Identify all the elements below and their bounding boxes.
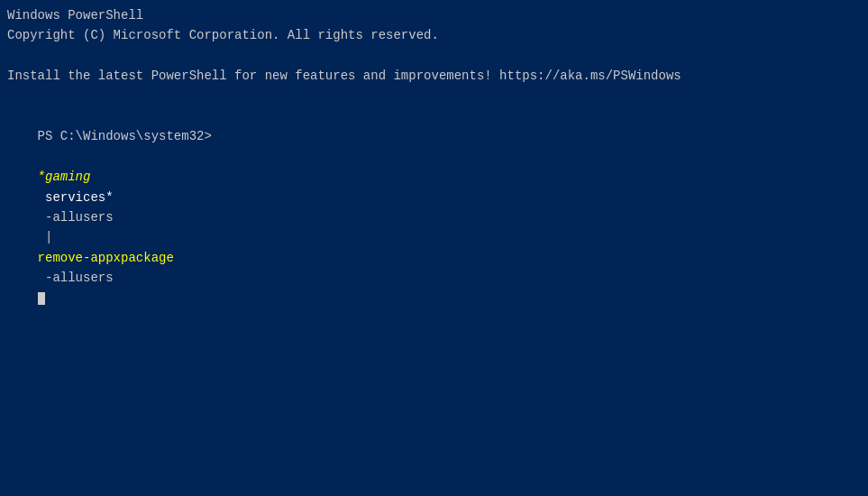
- cmd-remove-appxpackage: remove-appxpackage: [38, 251, 174, 265]
- cursor: [38, 292, 45, 305]
- get-appx-package-cmd: *gaming: [38, 170, 91, 184]
- prompt-text: PS C:\Windows\system32>: [38, 129, 212, 143]
- terminal-install-line: Install the latest PowerShell for new fe…: [7, 66, 861, 86]
- cmd-pipe: |: [38, 230, 60, 244]
- terminal-window: Windows PowerShell Copyright (C) Microso…: [0, 0, 868, 496]
- empty-line-2: [7, 87, 861, 106]
- cmd-param1: -allusers: [38, 210, 114, 225]
- cmd-param2: -allusers: [38, 271, 114, 285]
- command-line: PS C:\Windows\system32> *gaming services…: [7, 106, 861, 328]
- cmd-services: services*: [38, 190, 114, 205]
- terminal-copyright-line: Copyright (C) Microsoft Corporation. All…: [7, 25, 861, 45]
- empty-line-1: [7, 46, 861, 66]
- terminal-title-line: Windows PowerShell: [7, 5, 861, 25]
